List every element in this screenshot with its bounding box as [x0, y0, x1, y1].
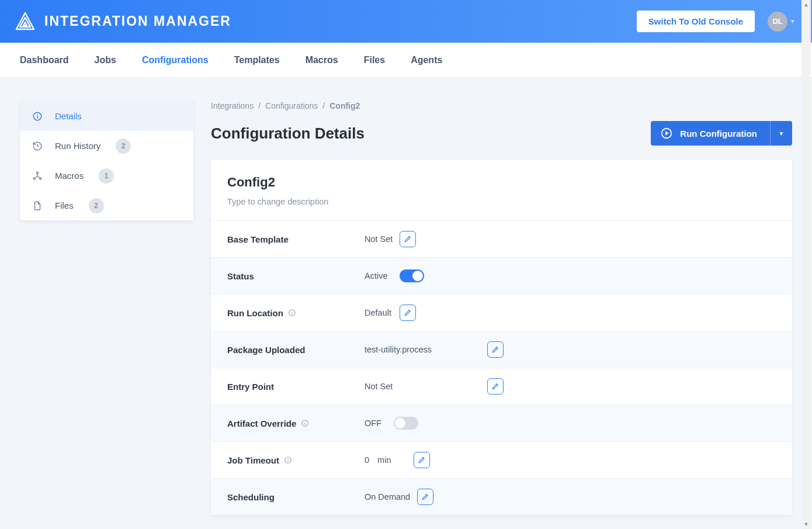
scrollbar[interactable]: ▲ ▼: [801, 0, 811, 529]
app-logo[interactable]: INTEGRATION MANAGER: [14, 12, 231, 32]
run-dropdown-button[interactable]: ▼: [770, 121, 792, 146]
scroll-down-icon[interactable]: ▼: [801, 520, 811, 529]
side-item-label: Details: [55, 111, 82, 121]
row-label-text: Run Location: [227, 308, 283, 318]
side-item-label: Macros: [55, 171, 84, 181]
status-toggle[interactable]: [400, 269, 424, 282]
edit-scheduling-button[interactable]: [417, 489, 433, 505]
main-area: Integrations / Configurations / Config2 …: [211, 101, 792, 515]
row-value: test-utility.process: [365, 345, 487, 354]
scroll-up-icon[interactable]: ▲: [801, 0, 811, 9]
row-package-uploaded: Package Uploaded test-utility.process: [211, 331, 792, 368]
side-badge: 2: [89, 198, 104, 213]
app-name: INTEGRATION MANAGER: [44, 13, 231, 29]
row-entry-point: Entry Point Not Set: [211, 368, 792, 404]
svg-point-4: [40, 178, 41, 179]
info-icon: [32, 111, 43, 122]
avatar: DL: [768, 12, 787, 32]
macros-icon: [32, 171, 43, 181]
breadcrumb: Integrations / Configurations / Config2: [211, 101, 792, 110]
row-label: Status: [227, 271, 365, 281]
artifact-override-toggle[interactable]: [394, 417, 418, 430]
row-label: Entry Point: [227, 382, 365, 392]
edit-run-location-button[interactable]: [400, 305, 416, 321]
side-panel: Details Run History 2 Macros 1 Files 2: [20, 101, 193, 220]
nav-jobs[interactable]: Jobs: [95, 55, 116, 65]
file-icon: [32, 200, 43, 211]
row-value: On Demand: [365, 492, 417, 502]
side-item-files[interactable]: Files 2: [20, 191, 193, 220]
side-badge: 2: [116, 139, 131, 154]
row-value-group: 0 min: [365, 455, 414, 465]
row-job-timeout: Job Timeout 0 min: [211, 441, 792, 478]
svg-point-3: [33, 178, 35, 179]
topbar: INTEGRATION MANAGER Switch To Old Consol…: [0, 0, 812, 43]
chevron-down-icon: ▼: [790, 18, 796, 25]
config-description-placeholder[interactable]: Type to change description: [227, 197, 776, 206]
side-item-label: Files: [55, 200, 74, 210]
edit-entry-point-button[interactable]: [487, 378, 504, 395]
svg-marker-7: [666, 131, 669, 135]
info-icon[interactable]: [301, 419, 309, 427]
switch-console-button[interactable]: Switch To Old Console: [637, 11, 755, 32]
row-value: Not Set: [365, 382, 487, 391]
run-configuration-button[interactable]: Run Configuration: [651, 121, 770, 146]
config-card: Config2 Type to change description Base …: [211, 160, 792, 515]
edit-base-template-button[interactable]: [400, 231, 416, 247]
row-label-text: Job Timeout: [227, 455, 279, 465]
side-item-macros[interactable]: Macros 1: [20, 161, 193, 191]
nav-files[interactable]: Files: [364, 55, 385, 65]
row-status: Status Active: [211, 257, 792, 294]
row-value: OFF: [365, 419, 394, 428]
svg-point-13: [305, 421, 306, 422]
svg-point-16: [287, 458, 288, 459]
row-label-text: Artifact Override: [227, 419, 296, 428]
history-icon: [32, 141, 43, 151]
side-badge: 1: [99, 168, 114, 184]
logo-icon: [14, 12, 36, 32]
breadcrumb-separator: /: [258, 101, 261, 110]
nav-agents[interactable]: Agents: [411, 55, 442, 65]
run-button-group: Run Configuration ▼: [651, 121, 792, 146]
info-icon[interactable]: [288, 309, 296, 317]
nav-macros[interactable]: Macros: [306, 55, 338, 65]
main-nav: Dashboard Jobs Configurations Templates …: [0, 43, 812, 78]
svg-point-10: [292, 311, 292, 312]
row-value: Not Set: [365, 234, 400, 244]
row-artifact-override: Artifact Override OFF: [211, 404, 792, 441]
info-icon[interactable]: [284, 456, 292, 464]
side-item-run-history[interactable]: Run History 2: [20, 131, 193, 161]
row-value: Default: [365, 308, 400, 317]
breadcrumb-separator: /: [322, 101, 325, 110]
breadcrumb-current: Config2: [329, 101, 360, 110]
row-label: Run Location: [227, 308, 365, 318]
nav-configurations[interactable]: Configurations: [142, 55, 209, 65]
row-label: Package Uploaded: [227, 345, 365, 355]
row-base-template: Base Template Not Set: [211, 220, 792, 257]
row-scheduling: Scheduling On Demand: [211, 478, 792, 515]
edit-job-timeout-button[interactable]: [414, 452, 430, 468]
row-value: Active: [365, 271, 400, 281]
job-timeout-value: 0: [365, 455, 369, 465]
row-label: Job Timeout: [227, 455, 365, 465]
nav-dashboard[interactable]: Dashboard: [20, 55, 69, 65]
breadcrumb-integrations[interactable]: Integrations: [211, 101, 254, 110]
svg-point-5: [37, 172, 39, 174]
row-label: Artifact Override: [227, 419, 365, 428]
svg-point-2: [37, 113, 38, 115]
config-name[interactable]: Config2: [227, 175, 776, 190]
side-item-label: Run History: [55, 141, 100, 151]
edit-package-button[interactable]: [487, 341, 504, 358]
nav-templates[interactable]: Templates: [234, 55, 280, 65]
user-menu[interactable]: DL ▼: [768, 12, 796, 32]
row-label: Scheduling: [227, 492, 365, 502]
run-button-label: Run Configuration: [680, 129, 757, 139]
row-label: Base Template: [227, 234, 365, 244]
row-run-location: Run Location Default: [211, 294, 792, 331]
job-timeout-unit: min: [377, 455, 391, 465]
breadcrumb-configurations[interactable]: Configurations: [265, 101, 318, 110]
page-title: Configuration Details: [211, 125, 365, 143]
side-item-details[interactable]: Details: [20, 101, 193, 131]
chevron-down-icon: ▼: [779, 130, 785, 137]
